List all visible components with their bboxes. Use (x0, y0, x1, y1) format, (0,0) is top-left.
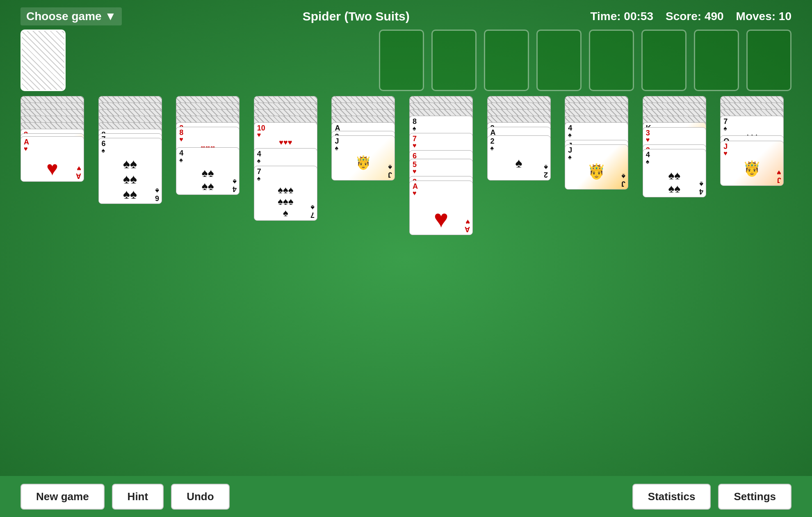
tableau: 8 ♥ ♥ 8♥ Q ♠ 👸 Q♠ A ♥ ♥ A♥ (16, 96, 796, 235)
header: Choose game ▼ Spider (Two Suits) Time: 0… (0, 0, 812, 25)
tableau-column-8: 4 ♠ ♠♠♠♠ 4♠ J ♠ ♠ J♠ J ♠ 🤴 J♠ (565, 96, 636, 235)
card-7-spades-2[interactable]: 7 ♠ ♠♠♠♠♠♠♠ 7♠ (254, 166, 317, 221)
time-display: Time: 00:53 (590, 10, 653, 23)
hint-button[interactable]: Hint (112, 484, 164, 510)
foundation-slot-6[interactable] (641, 30, 687, 91)
card-4-spades-4[interactable]: 4 ♠ ♠♠♠♠ 4♠ (643, 149, 706, 197)
foundation-slot-5[interactable] (589, 30, 634, 91)
choose-game-button[interactable]: Choose game ▼ (21, 7, 122, 25)
tableau-column-6: 8 ♠ ♠♠♠♠♠♠♠♠ 8♠ 7 ♥ ♥♥♥♥♥♥♥ 7♥ 6 ♥ ♥♥♥♥♥… (409, 96, 481, 235)
card-jack-spades[interactable]: J ♠ 🤴 J♠ (331, 135, 395, 181)
tableau-column-3: 2 ♥ ♥ 2♥ 8 ♥ ♥♥♥♥♥♥♥♥ 8♥ 4 ♠ ♠♠♠♠ 4♠ (176, 96, 247, 235)
main-area: 8 ♥ ♥ 8♥ Q ♠ 👸 Q♠ A ♥ ♥ A♥ (0, 25, 812, 239)
new-game-button[interactable]: New game (21, 484, 105, 510)
tableau-column-4: 10 ♥ ♥♥♥♥♥♥♥♥♥♥ 10♥ 4 ♠ ♠♠♠♠ 4♠ 7 ♠ ♠♠♠♠… (254, 96, 325, 235)
undo-button[interactable]: Undo (171, 484, 229, 510)
stock-pile[interactable] (21, 30, 66, 91)
card-4-spades[interactable]: 4 ♠ ♠♠♠♠ 4♠ (176, 147, 239, 195)
card-6-spades[interactable]: 6 ♠ ♠♠♠♠♠♠ 6♠ (98, 138, 162, 204)
bottom-left-buttons: New game Hint Undo (21, 484, 230, 510)
stats-bar: Time: 00:53 Score: 490 Moves: 10 (590, 10, 791, 23)
card-jack-hearts[interactable]: J ♥ 🤴 J♥ (720, 141, 784, 186)
tableau-column-10: 7 ♠ ♠♠♠♠♠♠♠ 7♠ Q ♠ ♠ Q♠ J ♥ 🤴 J♥ (720, 96, 791, 235)
foundation-slot-8[interactable] (746, 30, 791, 91)
tableau-column-1: 8 ♥ ♥ 8♥ Q ♠ 👸 Q♠ A ♥ ♥ A♥ (21, 96, 92, 235)
tableau-column-9: K ♠ 👑 K♠ 3 ♥ ♥♥♥ 3♥ 2 ♥ ♥ 2♥ 4 ♠ ♠♠♠♠ (643, 96, 714, 235)
card-jack-spades-face[interactable]: J ♠ 🤴 J♠ (565, 144, 628, 190)
foundation-area (379, 30, 791, 91)
score-display: Score: 490 (666, 10, 724, 23)
bottom-bar: New game Hint Undo Statistics Settings (0, 476, 812, 517)
tableau-column-2: 8 ♠ ♠ 8♠ 7 ♠ ♠ 7♠ 6 ♠ ♠♠♠♠♠♠ 6♠ (98, 96, 170, 235)
card-2-spades-3[interactable]: 2 ♠ ♠ 2♠ (487, 135, 551, 181)
card-ace-hearts-last[interactable]: A ♥ ♥ A♥ (409, 181, 473, 235)
foundation-slot-3[interactable] (484, 30, 529, 91)
foundation-slot-2[interactable] (431, 30, 477, 91)
settings-button[interactable]: Settings (718, 484, 791, 510)
moves-display: Moves: 10 (736, 10, 791, 23)
game-title: Spider (Two Suits) (303, 9, 410, 23)
statistics-button[interactable]: Statistics (632, 484, 711, 510)
foundation-slot-4[interactable] (536, 30, 582, 91)
foundation-slot-7[interactable] (694, 30, 739, 91)
card-ace-hearts[interactable]: A ♥ ♥ A♥ (21, 136, 84, 182)
tableau-column-5: A ♠ ♠ A♠ 2 ♠ ♠ 2♠ J ♠ 🤴 J♠ (331, 96, 403, 235)
bottom-right-buttons: Statistics Settings (632, 484, 791, 510)
foundation-slot-1[interactable] (379, 30, 424, 91)
tableau-column-7: 2 ♠ ♠ 2♠ A ♠ ♠ A♠ 2 ♠ ♠ 2♠ (487, 96, 559, 235)
